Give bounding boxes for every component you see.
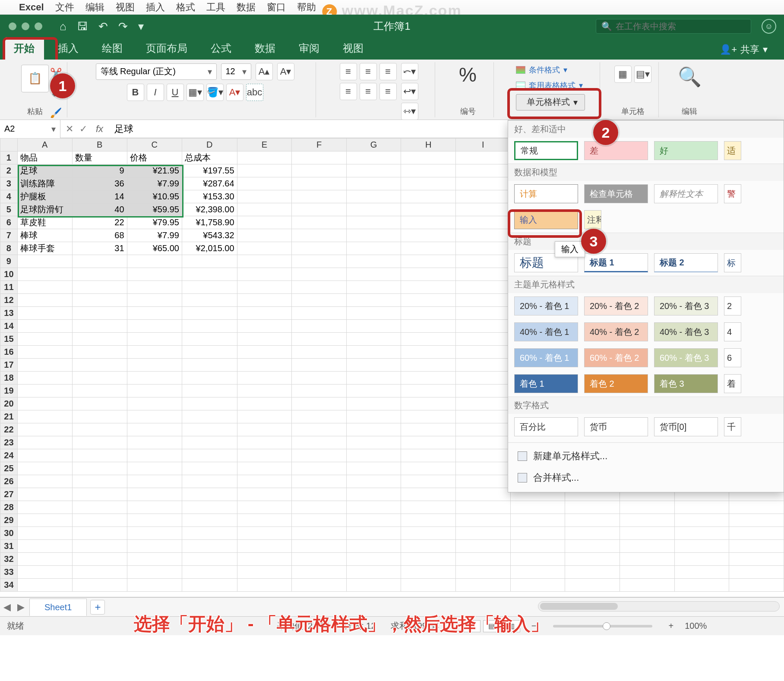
cell[interactable] xyxy=(401,488,456,501)
row-header[interactable]: 19 xyxy=(0,385,18,397)
tab-data[interactable]: 数据 xyxy=(245,37,285,60)
cell[interactable] xyxy=(182,294,237,307)
cell[interactable] xyxy=(401,164,456,177)
cell[interactable] xyxy=(237,359,292,372)
cell[interactable] xyxy=(182,553,237,566)
row-header[interactable]: 7 xyxy=(0,229,18,242)
cell[interactable]: 40 xyxy=(72,203,127,216)
cell[interactable] xyxy=(401,372,456,385)
style-option[interactable]: 解释性文本 xyxy=(654,184,718,203)
cell[interactable] xyxy=(729,501,784,514)
cell[interactable] xyxy=(401,397,456,410)
cell[interactable] xyxy=(729,566,784,579)
cell[interactable] xyxy=(401,359,456,372)
cell[interactable]: ¥2,398.00 xyxy=(182,203,237,216)
tab-formulas[interactable]: 公式 xyxy=(201,37,241,60)
cell[interactable]: ¥21.95 xyxy=(127,164,182,177)
cell[interactable] xyxy=(72,333,127,346)
cell[interactable] xyxy=(292,307,347,320)
cell[interactable] xyxy=(72,488,127,501)
cell[interactable] xyxy=(456,397,511,410)
cell[interactable] xyxy=(401,410,456,423)
cell[interactable] xyxy=(292,475,347,488)
horizontal-scrollbar[interactable] xyxy=(538,601,780,612)
cell[interactable] xyxy=(127,385,182,397)
tab-insert[interactable]: 插入 xyxy=(48,37,88,60)
cell[interactable] xyxy=(182,346,237,359)
cell[interactable] xyxy=(182,281,237,294)
search-box[interactable]: 🔍 xyxy=(596,19,751,34)
cell[interactable] xyxy=(401,449,456,462)
cell[interactable] xyxy=(237,177,292,190)
cell[interactable] xyxy=(346,242,401,255)
style-option[interactable]: 适 xyxy=(724,141,741,160)
cell[interactable] xyxy=(237,462,292,475)
cell[interactable] xyxy=(237,281,292,294)
cell[interactable] xyxy=(620,553,674,566)
border-button[interactable]: ▦▾ xyxy=(187,84,204,101)
cell[interactable] xyxy=(456,203,511,216)
cell[interactable] xyxy=(346,151,401,164)
style-option[interactable]: 着色 1 xyxy=(514,374,578,393)
cell[interactable] xyxy=(346,579,401,592)
cell[interactable] xyxy=(127,372,182,385)
cell[interactable] xyxy=(565,540,620,553)
cell[interactable] xyxy=(456,462,511,475)
cell[interactable] xyxy=(237,579,292,592)
style-option[interactable]: 好 xyxy=(654,141,718,160)
cell[interactable] xyxy=(182,372,237,385)
cell[interactable] xyxy=(127,514,182,527)
cell[interactable] xyxy=(292,566,347,579)
cell[interactable] xyxy=(456,242,511,255)
style-option[interactable]: 标题 1 xyxy=(584,253,648,272)
cell[interactable] xyxy=(72,527,127,540)
cell[interactable] xyxy=(237,423,292,436)
cell[interactable] xyxy=(182,268,237,281)
cell[interactable] xyxy=(401,281,456,294)
cell[interactable] xyxy=(72,372,127,385)
cell[interactable]: 草皮鞋 xyxy=(17,216,72,229)
cell[interactable] xyxy=(292,488,347,501)
qa-save-icon[interactable]: 🖫 xyxy=(77,20,88,33)
name-box[interactable]: A2▾ xyxy=(0,120,60,138)
cell[interactable]: ¥10.95 xyxy=(127,190,182,203)
qa-redo-icon[interactable]: ↷ xyxy=(118,20,128,33)
cell[interactable]: 护腿板 xyxy=(17,190,72,203)
style-option[interactable]: 20% - 着色 2 xyxy=(584,296,648,315)
col-header[interactable]: E xyxy=(237,139,292,151)
cell[interactable] xyxy=(17,436,72,449)
cell[interactable] xyxy=(346,385,401,397)
style-option[interactable]: 常规 xyxy=(514,141,578,160)
cell[interactable] xyxy=(620,527,674,540)
cell[interactable] xyxy=(346,449,401,462)
cell[interactable] xyxy=(127,423,182,436)
cell[interactable] xyxy=(17,462,72,475)
cell[interactable] xyxy=(346,527,401,540)
cell[interactable] xyxy=(127,320,182,333)
sheet-tab[interactable]: Sheet1 xyxy=(29,599,87,616)
cell[interactable] xyxy=(127,579,182,592)
cell[interactable] xyxy=(72,514,127,527)
cell[interactable] xyxy=(674,527,729,540)
cell[interactable] xyxy=(456,229,511,242)
cell[interactable] xyxy=(510,514,565,527)
row-header[interactable]: 32 xyxy=(0,553,18,566)
cell[interactable] xyxy=(456,216,511,229)
cell[interactable] xyxy=(292,216,347,229)
cell[interactable] xyxy=(127,501,182,514)
zoom-percent[interactable]: 100% xyxy=(685,621,707,631)
cell[interactable] xyxy=(346,423,401,436)
cell[interactable] xyxy=(17,359,72,372)
cell[interactable] xyxy=(237,229,292,242)
cell[interactable]: ¥543.32 xyxy=(182,229,237,242)
format-painter-icon[interactable]: 🖌️ xyxy=(47,104,64,122)
row-header[interactable]: 5 xyxy=(0,203,18,216)
cell[interactable] xyxy=(17,372,72,385)
cell[interactable] xyxy=(127,540,182,553)
cell[interactable]: 22 xyxy=(72,216,127,229)
cell[interactable] xyxy=(237,566,292,579)
accept-formula-icon[interactable]: ✓ xyxy=(79,123,87,135)
cell[interactable] xyxy=(401,553,456,566)
cell[interactable] xyxy=(292,164,347,177)
cell[interactable] xyxy=(17,488,72,501)
